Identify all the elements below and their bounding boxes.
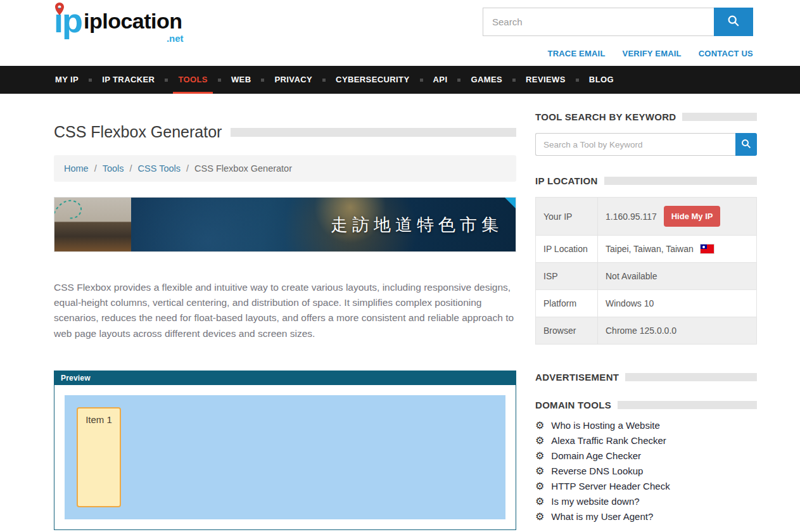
nav-separator (89, 79, 92, 82)
search-icon (727, 14, 740, 30)
contact-us-link[interactable]: CONTACT US (699, 49, 753, 58)
flexbox-preview-item: Item 1 (77, 407, 121, 507)
nav-item-web[interactable]: WEB (230, 66, 253, 94)
tool-search-button[interactable] (735, 133, 757, 156)
adchoices-icon[interactable] (505, 198, 516, 208)
list-item-label: Who is Hosting a Website (551, 420, 659, 431)
title-row: CSS Flexbox Generator (54, 123, 516, 141)
breadcrumb-tools[interactable]: Tools (103, 163, 124, 174)
table-row: Platform Windows 10 (536, 290, 757, 317)
preview-panel-body: Item 1 (54, 385, 516, 529)
domain-tool-domain-age-link[interactable]: ⚙Domain Age Checker (535, 450, 757, 461)
domain-tools-list: ⚙Who is Hosting a Website ⚙Alexa Traffic… (535, 420, 757, 522)
row-label: IP Location (536, 236, 598, 263)
row-label: Your IP (536, 198, 598, 236)
heading-decoration-bar (682, 113, 757, 121)
breadcrumb-css-tools[interactable]: CSS Tools (138, 163, 181, 174)
site-header: ip iplocation.net TRACE EMAIL VERIFY EMA… (0, 0, 800, 66)
nav-item-blog[interactable]: BLOG (588, 66, 615, 94)
nav-item-games[interactable]: GAMES (469, 66, 504, 94)
ad-image-left (54, 198, 131, 251)
hide-my-ip-button[interactable]: Hide My IP (664, 206, 721, 227)
your-ip-value: 1.160.95.117 (606, 212, 657, 222)
nav-item-cybersecurity[interactable]: CYBERSECURITY (334, 66, 410, 94)
row-value-cell: 1.160.95.117 Hide My IP (598, 198, 757, 236)
content-wrap: CSS Flexbox Generator Home / Tools / CSS… (0, 94, 800, 530)
nav-separator (322, 79, 326, 82)
tool-search-input[interactable] (535, 133, 735, 156)
gear-icon: ⚙ (535, 421, 544, 431)
domain-tool-http-header-link[interactable]: ⚙HTTP Server Header Check (535, 481, 757, 491)
domain-tool-hosting-link[interactable]: ⚙Who is Hosting a Website (535, 420, 757, 431)
domain-tool-alexa-rank-link[interactable]: ⚙Alexa Traffic Rank Checker (535, 435, 757, 446)
isp-value: Not Available (598, 263, 757, 290)
gear-icon: ⚙ (535, 451, 544, 461)
domain-tool-website-down-link[interactable]: ⚙Is my website down? (535, 496, 757, 507)
breadcrumb-home[interactable]: Home (64, 163, 89, 174)
gear-icon: ⚙ (535, 481, 544, 491)
row-value-cell: Taipei, Taiwan, Taiwan (598, 236, 757, 263)
ip-location-heading-row: IP LOCATION (535, 175, 757, 186)
header-search (483, 8, 753, 36)
header-search-input[interactable] (483, 8, 714, 36)
breadcrumb-separator: / (186, 163, 189, 174)
advertisement-heading-row: ADVERTISEMENT (535, 372, 757, 383)
site-logo[interactable]: ip iplocation.net (54, 6, 182, 35)
logo-tld: .net (167, 33, 184, 44)
nav-separator (218, 79, 221, 82)
row-label: Browser (536, 317, 598, 345)
sidebar: TOOL SEARCH BY KEYWORD IP LOCATION Your … (535, 111, 757, 530)
tool-search-heading-row: TOOL SEARCH BY KEYWORD (535, 111, 757, 122)
search-icon (740, 138, 752, 151)
nav-item-api[interactable]: API (432, 66, 449, 94)
header-links: TRACE EMAIL VERIFY EMAIL CONTACT US (548, 49, 753, 58)
nav-item-my-ip[interactable]: MY IP (54, 66, 80, 94)
list-item-label: Domain Age Checker (551, 450, 641, 461)
nav-separator (457, 79, 460, 82)
breadcrumb: Home / Tools / CSS Tools / CSS Flexbox G… (54, 155, 516, 182)
platform-value: Windows 10 (598, 290, 757, 317)
list-item-label: Alexa Traffic Rank Checker (551, 435, 666, 446)
ip-location-table: Your IP 1.160.95.117 Hide My IP IP Locat… (535, 197, 757, 345)
main-column: CSS Flexbox Generator Home / Tools / CSS… (54, 111, 516, 530)
nav-item-privacy[interactable]: PRIVACY (273, 66, 314, 94)
header-search-button[interactable] (714, 8, 753, 36)
row-label: ISP (536, 263, 598, 290)
taiwan-flag-icon (701, 244, 714, 253)
verify-email-link[interactable]: VERIFY EMAIL (623, 49, 682, 58)
table-row: ISP Not Available (536, 263, 757, 290)
list-item-label: HTTP Server Header Check (551, 481, 670, 491)
heading-decoration-bar (604, 177, 757, 185)
breadcrumb-separator: / (130, 163, 132, 174)
trace-email-link[interactable]: TRACE EMAIL (548, 49, 606, 58)
preview-panel: Preview Item 1 (54, 370, 516, 530)
gear-icon: ⚙ (535, 466, 544, 476)
ip-location-heading: IP LOCATION (535, 175, 598, 186)
gear-icon: ⚙ (535, 512, 544, 522)
gear-icon: ⚙ (535, 436, 544, 446)
table-row: Browser Chrome 125.0.0.0 (536, 317, 757, 345)
nav-separator (261, 79, 264, 82)
heading-decoration-bar (618, 401, 757, 409)
list-item-label: Is my website down? (551, 496, 639, 507)
main-nav: MY IP IP TRACKER TOOLS WEB PRIVACY CYBER… (0, 66, 800, 94)
row-label: Platform (536, 290, 598, 317)
page-title: CSS Flexbox Generator (54, 123, 222, 141)
ad-banner[interactable]: 走訪地道特色市集 (54, 197, 516, 252)
nav-item-reviews[interactable]: REVIEWS (524, 66, 567, 94)
ad-headline: 走訪地道特色市集 (331, 213, 503, 236)
list-item-label: What is my User Agent? (551, 511, 653, 522)
title-decoration-bar (231, 128, 516, 137)
nav-item-tools[interactable]: TOOLS (177, 66, 209, 94)
location-pin-icon (54, 3, 65, 18)
advertisement-heading: ADVERTISEMENT (535, 372, 619, 383)
domain-tool-user-agent-link[interactable]: ⚙What is my User Agent? (535, 511, 757, 522)
breadcrumb-separator: / (94, 163, 97, 174)
table-row: Your IP 1.160.95.117 Hide My IP (536, 198, 757, 236)
domain-tool-reverse-dns-link[interactable]: ⚙Reverse DNS Lookup (535, 466, 757, 476)
ad-image-right: 走訪地道特色市集 (131, 198, 516, 251)
list-item-label: Reverse DNS Lookup (551, 466, 643, 476)
nav-item-ip-tracker[interactable]: IP TRACKER (101, 66, 156, 94)
browser-value: Chrome 125.0.0.0 (598, 317, 757, 345)
nav-separator (165, 79, 168, 82)
